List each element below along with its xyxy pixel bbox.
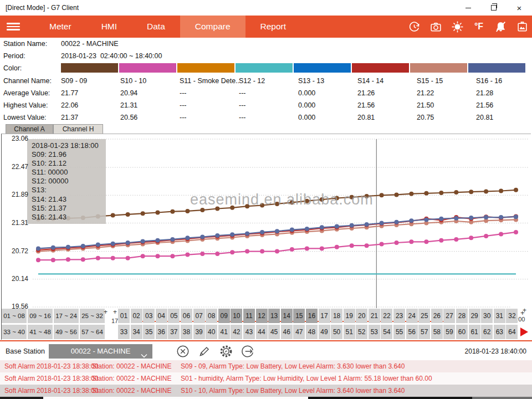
channel-number-button[interactable]: 01 [118,309,130,323]
channel-number-button[interactable]: 62 [481,325,493,339]
edit-icon[interactable] [197,344,212,359]
channel-number-button[interactable]: 24 [406,309,418,323]
tab-channel-a[interactable]: Channel A [6,124,53,134]
channel-number-button[interactable]: 16 [306,309,318,323]
channel-number-button[interactable]: 42 [231,325,242,339]
channel-number-button[interactable]: 35 [143,325,155,339]
channel-number-button[interactable]: 47 [293,325,305,339]
channel-number-button[interactable]: 17 [319,309,330,323]
channel-number-button[interactable]: 36 [156,325,167,339]
axis-zoom-in-left-1[interactable]: + [104,308,108,316]
channel-number-button[interactable]: 02 [131,309,142,323]
tab-channel-h[interactable]: Channel H [53,124,103,134]
channel-number-button[interactable]: 63 [494,325,505,339]
channel-number-button[interactable]: 53 [369,325,380,339]
base-station-dropdown[interactable]: 00022 - MACHINE [49,344,152,359]
channel-number-button[interactable]: 22 [381,309,392,323]
channel-number-button[interactable]: 60 [456,325,468,339]
channel-number-button[interactable]: 29 [469,309,480,323]
channel-number-button[interactable]: 07 [193,309,205,323]
minimize-button[interactable] [456,0,481,16]
alarm-row[interactable]: Soft Alarm2018-01-23 18:38:00Station: 00… [0,385,532,397]
channel-number-button[interactable]: 13 [268,309,280,323]
export-icon[interactable] [240,344,255,359]
channel-group-button[interactable]: 33 ~ 40 [2,325,27,339]
channel-number-button[interactable]: 14 [281,309,293,323]
channel-group-button[interactable]: 25 ~ 32 [80,309,105,323]
channel-number-button[interactable]: 09 [218,309,230,323]
channel-number-button[interactable]: 57 [418,325,430,339]
alarm-mute-icon[interactable] [494,20,507,33]
channel-number-button[interactable]: 33 [118,325,130,339]
channel-number-button[interactable]: 08 [206,309,217,323]
channel-group-button[interactable]: 57 ~ 64 [80,325,105,339]
channel-number-button[interactable]: 30 [481,309,493,323]
channel-number-button[interactable]: 26 [431,309,443,323]
channel-group-button[interactable]: 17 ~ 24 [54,309,79,323]
channel-number-button[interactable]: 28 [456,309,468,323]
channel-number-button[interactable]: 56 [406,325,418,339]
nav-tab-data[interactable]: Data [132,16,180,38]
channel-number-button[interactable]: 11 [243,309,255,323]
channel-number-button[interactable]: 64 [506,325,518,339]
channel-number-button[interactable]: 25 [418,309,430,323]
image-icon[interactable] [515,20,529,33]
channel-number-button[interactable]: 34 [131,325,142,339]
channel-number-button[interactable]: 58 [431,325,443,339]
channel-number-button[interactable]: 19 [344,309,355,323]
channel-group-button[interactable]: 01 ~ 08 [2,309,27,323]
settings-icon[interactable] [218,344,234,359]
channel-number-button[interactable]: 49 [319,325,330,339]
channel-number-button[interactable]: 39 [193,325,205,339]
nav-tab-compare[interactable]: Compare [180,16,245,38]
temperature-unit[interactable]: °F [472,20,485,33]
channel-number-button[interactable]: 48 [306,325,318,339]
channel-number-button[interactable]: 54 [381,325,392,339]
channel-group-button[interactable]: 41 ~ 48 [28,325,53,339]
channel-number-button[interactable]: 12 [256,309,268,323]
channel-number-button[interactable]: 21 [369,309,380,323]
history-icon[interactable] [407,20,421,33]
channel-number-button[interactable]: 52 [356,325,367,339]
channel-number-button[interactable]: 44 [256,325,268,339]
channel-number-button[interactable]: 51 [344,325,355,339]
nav-tab-meter[interactable]: Meter [34,16,86,38]
close-button[interactable]: × [507,0,532,16]
brightness-icon[interactable] [451,20,464,33]
channel-number-button[interactable]: 46 [281,325,293,339]
channel-number-button[interactable]: 61 [469,325,480,339]
add-channel-button-row1[interactable]: + [520,309,525,317]
clear-icon[interactable] [175,344,191,359]
menu-icon[interactable] [7,21,21,32]
channel-number-button[interactable]: 06 [181,309,192,323]
channel-number-button[interactable]: 05 [168,309,180,323]
alarm-row[interactable]: Soft Alarm2018-01-23 18:38:00Station: 00… [0,360,532,372]
channel-number-button[interactable]: 20 [356,309,367,323]
channel-number-button[interactable]: 38 [181,325,192,339]
channel-group-button[interactable]: 09 ~ 16 [28,309,53,323]
channel-number-button[interactable]: 31 [494,309,505,323]
restore-button[interactable] [481,0,507,16]
channel-number-button[interactable]: 45 [268,325,280,339]
channel-number-button[interactable]: 03 [143,309,155,323]
channel-number-button[interactable]: 10 [231,309,242,323]
channel-number-button[interactable]: 41 [218,325,230,339]
channel-number-button[interactable]: 50 [331,325,342,339]
channel-number-button[interactable]: 27 [443,309,455,323]
channel-number-button[interactable]: 43 [243,325,255,339]
alarm-row[interactable]: Soft Alarm2018-01-23 18:38:00Station: 00… [0,372,532,385]
channel-number-button[interactable]: 23 [393,309,405,323]
channel-number-button[interactable]: 18 [331,309,342,323]
nav-tab-report[interactable]: Report [245,16,301,38]
channel-number-button[interactable]: 37 [168,325,180,339]
camera-icon[interactable] [429,20,442,33]
nav-tab-hmi[interactable]: HMI [86,16,132,38]
channel-number-button[interactable]: 04 [156,309,167,323]
channel-number-button[interactable]: 40 [206,325,217,339]
axis-zoom-in-left-2[interactable]: + [113,308,117,316]
channel-number-button[interactable]: 15 [293,309,305,323]
channel-number-button[interactable]: 55 [393,325,405,339]
channel-number-button[interactable]: 32 [506,309,518,323]
channel-group-button[interactable]: 49 ~ 56 [54,325,79,339]
channel-number-button[interactable]: 59 [443,325,455,339]
